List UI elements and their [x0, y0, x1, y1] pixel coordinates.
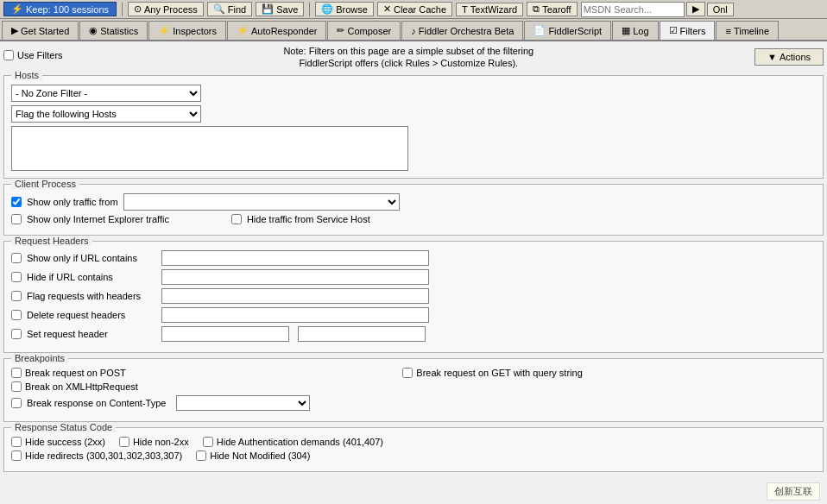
use-filters-checkbox[interactable]	[3, 50, 14, 60]
response-status-section: Response Status Code Hide success (2xx) …	[3, 427, 824, 472]
show-ie-label: Show only Internet Explorer traffic	[27, 214, 169, 224]
browse-button[interactable]: 🌐 Browse	[315, 2, 374, 16]
breakpoints-inner: Break request on POST Break request on G…	[11, 368, 816, 411]
breakpoints-section: Breakpoints Break request on POST Break …	[3, 358, 824, 422]
client-process-title: Client Process	[11, 179, 79, 189]
clear-cache-button[interactable]: ✕ Clear Cache	[377, 2, 452, 16]
use-filters-row: Use Filters	[3, 50, 63, 60]
tab-composer[interactable]: ✏ Composer	[327, 21, 401, 40]
filters-icon: ☑	[669, 25, 678, 36]
flag-with-headers-input[interactable]	[161, 288, 429, 304]
rh-row-4: Delete request headers	[11, 307, 816, 323]
tab-log[interactable]: ▦ Log	[612, 21, 658, 40]
tab-inspectors[interactable]: ⚡ Inspectors	[148, 21, 226, 40]
tab-statistics[interactable]: ◉ Statistics	[79, 21, 148, 40]
timeline-icon: ≡	[725, 26, 730, 36]
rh-row-1: Show only if URL contains	[11, 250, 816, 266]
request-headers-title: Request Headers	[11, 236, 92, 246]
tab-fiddlerscript[interactable]: 📄 FiddlerScript	[524, 21, 611, 40]
rs-col-4: Hide redirects (300,301,302,303,307)	[11, 450, 182, 461]
tab-get-started[interactable]: ▶ Get Started	[2, 21, 79, 40]
delete-headers-input[interactable]	[161, 307, 429, 323]
hosts-flag-select[interactable]: Flag the following Hosts Hide the follow…	[11, 105, 201, 123]
break-xml-label: Break on XMLHttpRequest	[25, 381, 138, 392]
set-header-checkbox[interactable]	[11, 329, 22, 339]
hide-auth-checkbox[interactable]	[203, 437, 213, 447]
response-status-inner: Hide success (2xx) Hide non-2xx Hide Aut…	[11, 437, 816, 461]
orchestra-icon: ♪	[411, 26, 416, 36]
hide-non2xx-label: Hide non-2xx	[133, 437, 189, 447]
hide-success-checkbox[interactable]	[11, 437, 22, 447]
show-if-url-label: Show only if URL contains	[27, 253, 156, 263]
break-xml-checkbox[interactable]	[11, 381, 22, 392]
filters-content: Use Filters Note: Filters on this page a…	[0, 41, 827, 504]
keep-sessions-button[interactable]: ⚡ Keep: 100 sessions	[3, 2, 117, 16]
text-wizard-button[interactable]: T TextWizard	[456, 3, 523, 16]
hosts-textarea[interactable]	[11, 126, 408, 171]
autoresponder-icon: ⚡	[237, 25, 249, 36]
set-header-label: Set request header	[27, 329, 156, 339]
break-post-checkbox[interactable]	[11, 368, 22, 378]
inspectors-icon: ⚡	[158, 25, 170, 36]
tab-fiddler-orchestra[interactable]: ♪ Fiddler Orchestra Beta	[401, 21, 523, 40]
break-response-select[interactable]	[176, 395, 310, 411]
msdn-go-icon: ▶	[692, 3, 699, 15]
any-process-button[interactable]: ⊙ Any Process	[128, 2, 204, 16]
hide-non2xx-checkbox[interactable]	[119, 437, 129, 447]
break-response-label: Break response on Content-Type	[27, 398, 166, 408]
tab-autoresponder[interactable]: ⚡ AutoResponder	[227, 21, 326, 40]
cp-row-1: Show only traffic from	[11, 193, 816, 211]
traffic-source-select[interactable]	[123, 193, 400, 211]
msdn-search-input[interactable]	[581, 2, 685, 17]
tearoff-icon: ⧉	[533, 3, 540, 15]
hide-redirects-checkbox[interactable]	[11, 450, 22, 461]
cp-row-2: Show only Internet Explorer traffic Hide…	[11, 214, 816, 224]
hosts-zone-filter-select[interactable]: - No Zone Filter - Show only Intranet Ho…	[11, 85, 201, 102]
actions-button[interactable]: ▼ Actions	[754, 48, 824, 66]
rs-col-2: Hide non-2xx	[119, 437, 189, 447]
break-get-checkbox[interactable]	[402, 368, 413, 378]
show-only-traffic-checkbox[interactable]	[11, 197, 22, 207]
msdn-go-button[interactable]: ▶	[686, 2, 705, 16]
delete-headers-checkbox[interactable]	[11, 310, 22, 320]
online-button[interactable]: Onl	[707, 3, 734, 16]
bp-row-3: Break response on Content-Type	[11, 395, 816, 411]
hide-if-url-input[interactable]	[161, 269, 429, 285]
clear-cache-icon: ✕	[383, 3, 391, 15]
tearoff-button[interactable]: ⧉ Tearoff	[527, 2, 577, 16]
hide-if-url-checkbox[interactable]	[11, 272, 22, 282]
hide-auth-label: Hide Authentication demands (401,407)	[217, 437, 383, 447]
use-filters-label: Use Filters	[17, 50, 63, 60]
bp-col-1: Break request on POST	[11, 368, 397, 378]
break-post-label: Break request on POST	[25, 368, 126, 378]
set-header-name-input[interactable]	[161, 326, 289, 342]
flag-with-headers-checkbox[interactable]	[11, 291, 22, 301]
show-ie-checkbox[interactable]	[11, 214, 22, 224]
bp-col-2: Break request on GET with query string	[402, 368, 788, 378]
rs-col-5: Hide Not Modified (304)	[196, 450, 310, 461]
filter-header: Use Filters Note: Filters on this page a…	[3, 45, 824, 70]
save-button[interactable]: 💾 Save	[256, 2, 304, 16]
save-icon: 💾	[262, 3, 274, 15]
show-if-url-checkbox[interactable]	[11, 253, 22, 263]
tab-filters[interactable]: ☑ Filters	[660, 21, 716, 40]
tab-bar: ▶ Get Started ◉ Statistics ⚡ Inspectors …	[0, 19, 827, 41]
show-only-traffic-label: Show only traffic from	[27, 197, 118, 207]
tab-timeline[interactable]: ≡ Timeline	[716, 21, 779, 40]
break-response-checkbox[interactable]	[11, 398, 22, 408]
log-icon: ▦	[622, 25, 630, 36]
hide-service-host-label: Hide traffic from Service Host	[247, 214, 370, 224]
show-if-url-input[interactable]	[161, 250, 429, 266]
get-started-icon: ▶	[11, 25, 18, 36]
hide-not-modified-checkbox[interactable]	[196, 450, 206, 461]
bp-row-2: Break on XMLHttpRequest	[11, 381, 816, 392]
request-headers-section: Request Headers Show only if URL contain…	[3, 241, 824, 353]
rs-col-1: Hide success (2xx)	[11, 437, 105, 447]
delete-headers-label: Delete request headers	[27, 310, 156, 320]
find-button[interactable]: 🔍 Find	[207, 2, 252, 16]
hosts-section-title: Hosts	[11, 70, 42, 80]
hide-service-host-checkbox[interactable]	[231, 214, 242, 224]
set-header-value-input[interactable]	[298, 326, 426, 342]
process-icon: ⊙	[134, 3, 142, 15]
toolbar-separator	[122, 3, 123, 16]
